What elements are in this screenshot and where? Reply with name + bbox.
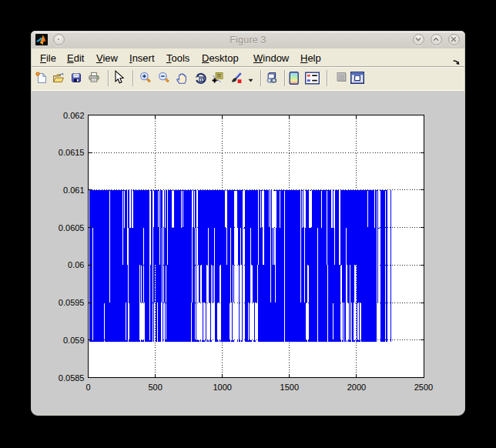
svg-text:0: 0	[85, 383, 90, 392]
svg-text:1500: 1500	[280, 383, 299, 392]
svg-text:0.0585: 0.0585	[59, 373, 85, 383]
svg-text:0.061: 0.061	[63, 186, 85, 195]
svg-text:0.059: 0.059	[63, 336, 85, 345]
svg-text:0.0595: 0.0595	[59, 298, 85, 307]
svg-text:0.062: 0.062	[63, 111, 85, 120]
svg-text:0.06: 0.06	[68, 260, 84, 269]
svg-text:500: 500	[148, 383, 162, 392]
svg-text:1000: 1000	[213, 383, 231, 392]
svg-text:2000: 2000	[347, 383, 366, 392]
svg-text:2500: 2500	[414, 383, 433, 392]
svg-text:0.0615: 0.0615	[59, 148, 85, 157]
svg-text:0.0605: 0.0605	[59, 223, 85, 232]
